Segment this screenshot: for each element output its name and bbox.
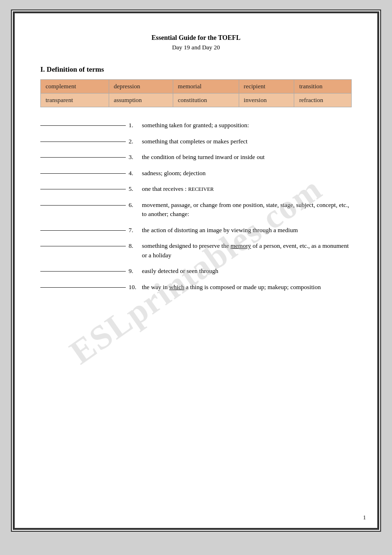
definitions-list: 1. something taken for granted; a suppos… [40, 121, 352, 292]
def-number: 9. [129, 266, 142, 276]
vocab-cell: recipient [239, 80, 294, 94]
list-item: 8. something designed to preserve the me… [40, 241, 352, 260]
answer-line [40, 230, 126, 231]
vocab-cell: depression [109, 80, 173, 94]
list-item: 3. the condition of being turned inward … [40, 152, 352, 162]
def-text: the condition of being turned inward or … [142, 152, 352, 162]
def-number: 2. [129, 137, 142, 146]
vocab-cell: constitution [173, 94, 239, 107]
def-number: 7. [129, 226, 142, 235]
vocab-cell: memorial [173, 80, 239, 94]
def-text: something that completes or makes perfec… [142, 137, 352, 146]
list-item: 9. easily detected or seen through [40, 266, 352, 276]
def-number: 1. [129, 121, 142, 130]
def-text: movement, passage, or change from one po… [142, 200, 352, 219]
page: ESLprintables.com Essential Guide for th… [11, 9, 381, 532]
answer-line [40, 173, 126, 174]
answer-line [40, 125, 126, 126]
def-text: sadness; gloom; dejection [142, 169, 352, 178]
section-heading: I. Definition of terms [40, 66, 352, 74]
vocab-table: complement depression memorial recipient… [40, 79, 352, 107]
list-item: 6. movement, passage, or change from one… [40, 200, 352, 219]
vocab-cell: transparent [41, 94, 109, 107]
page-number: 1 [363, 514, 366, 521]
def-text: something taken for granted; a suppositi… [142, 121, 352, 130]
answer-line [40, 271, 126, 272]
page-subtitle: Day 19 and Day 20 [40, 44, 352, 51]
answer-line [40, 141, 126, 142]
vocab-cell: transition [294, 80, 352, 94]
small-caps-text: RECEIVER [188, 186, 214, 192]
answer-line [40, 189, 126, 189]
answer-line [40, 287, 126, 288]
def-text: something designed to preserve the memor… [142, 241, 352, 260]
def-number: 5. [129, 184, 142, 194]
underlined-word: memory [231, 242, 251, 249]
def-number: 10. [129, 282, 142, 292]
def-text: easily detected or seen through [142, 266, 352, 276]
underlined-word: which [169, 283, 184, 291]
list-item: 4. sadness; gloom; dejection [40, 169, 352, 178]
vocab-row-2: transparent assumption constitution inve… [41, 94, 352, 107]
vocab-cell: refraction [294, 94, 352, 107]
def-text: the action of distorting an image by vie… [142, 226, 352, 235]
vocab-cell: inversion [239, 94, 294, 107]
answer-line [40, 205, 126, 206]
vocab-row-1: complement depression memorial recipient… [41, 80, 352, 94]
vocab-cell: assumption [109, 94, 173, 107]
vocab-cell: complement [41, 80, 109, 94]
list-item: 5. one that receives : RECEIVER [40, 184, 352, 194]
def-number: 3. [129, 152, 142, 162]
list-item: 1. something taken for granted; a suppos… [40, 121, 352, 130]
def-text: one that receives : RECEIVER [142, 184, 352, 194]
answer-line [40, 246, 126, 246]
list-item: 7. the action of distorting an image by … [40, 226, 352, 235]
list-item: 10. the way in which a thing is composed… [40, 282, 352, 292]
page-title: Essential Guide for the TOEFL [40, 34, 352, 42]
def-number: 6. [129, 200, 142, 210]
def-number: 8. [129, 241, 142, 251]
def-text: the way in which a thing is composed or … [142, 282, 352, 292]
answer-line [40, 157, 126, 158]
list-item: 2. something that completes or makes per… [40, 137, 352, 146]
def-number: 4. [129, 169, 142, 178]
